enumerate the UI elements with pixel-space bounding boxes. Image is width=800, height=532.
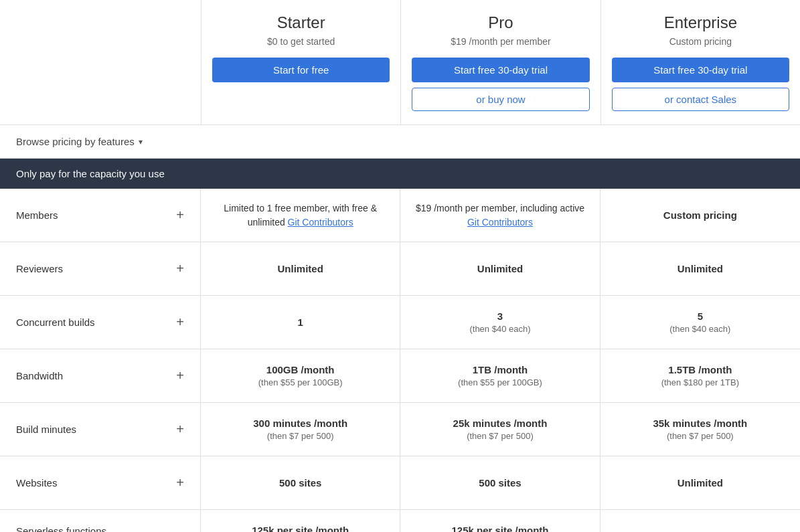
websites-label: Websites — [16, 477, 57, 489]
bandwidth-enterprise-sub: (then $180 per 1TB) — [661, 377, 739, 387]
build-minutes-starter-sub: (then $7 per 500) — [267, 431, 334, 441]
feature-row-members: Members + Limited to 1 free member, with… — [0, 189, 800, 242]
pro-buy-button[interactable]: or buy now — [412, 88, 589, 111]
build-minutes-pro-value: 25k minutes /month (then $7 per 500) — [400, 403, 600, 456]
members-starter-link[interactable]: Git Contributors — [288, 217, 353, 228]
members-pro-link[interactable]: Git Contributors — [467, 217, 533, 228]
members-enterprise-value: Custom pricing — [601, 189, 800, 242]
websites-pro-main: 500 sites — [479, 477, 521, 489]
serverless-enterprise-value: Unlimited — [601, 510, 800, 532]
build-minutes-enterprise-sub: (then $7 per 500) — [667, 431, 734, 441]
members-label-wrap: Members — [16, 209, 58, 221]
build-minutes-enterprise-value: 35k minutes /month (then $7 per 500) — [601, 403, 800, 456]
bandwidth-pro-main: 1TB /month — [473, 364, 528, 375]
bandwidth-pro-value: 1TB /month (then $55 per 100GB) — [400, 349, 600, 402]
reviewers-starter-main: Unlimited — [277, 263, 323, 274]
concurrent-builds-enterprise-sub: (then $40 each) — [669, 324, 730, 334]
bandwidth-label: Bandwidth — [16, 370, 63, 381]
websites-label-cell: Websites + — [0, 456, 201, 509]
build-minutes-enterprise-main: 35k minutes /month — [653, 418, 747, 429]
serverless-starter-main: 125k per site /month — [252, 525, 349, 532]
feature-row-build-minutes: Build minutes + 300 minutes /month (then… — [0, 403, 800, 456]
pro-name: Pro — [412, 13, 589, 32]
members-starter-value: Limited to 1 free member, with free & un… — [201, 189, 400, 242]
bandwidth-label-cell: Bandwidth + — [0, 349, 201, 402]
members-enterprise-main: Custom pricing — [663, 209, 737, 221]
reviewers-starter-value: Unlimited — [201, 242, 400, 295]
members-label: Members — [16, 209, 58, 221]
pricing-container: Starter $0 to get started Start for free… — [0, 0, 800, 532]
chevron-down-icon: ▾ — [139, 137, 143, 147]
serverless-starter-value: 125k per site /month ($25+ when exceeded… — [201, 510, 400, 532]
build-minutes-starter-main: 300 minutes /month — [253, 418, 347, 429]
starter-name: Starter — [212, 13, 390, 32]
bandwidth-pro-sub: (then $55 per 100GB) — [458, 377, 542, 387]
feature-row-reviewers: Reviewers + Unlimited Unlimited Unlimite… — [0, 242, 800, 296]
enterprise-name: Enterprise — [612, 13, 789, 32]
websites-starter-value: 500 sites — [201, 456, 400, 509]
bandwidth-starter-main: 100GB /month — [266, 364, 335, 375]
plan-enterprise-header: Enterprise Custom pricing Start free 30-… — [601, 0, 800, 124]
reviewers-expand-icon[interactable]: + — [176, 261, 184, 276]
bandwidth-enterprise-value: 1.5TB /month (then $180 per 1TB) — [601, 349, 800, 402]
bandwidth-starter-value: 100GB /month (then $55 per 100GB) — [201, 349, 400, 402]
websites-pro-value: 500 sites — [400, 456, 600, 509]
plan-header-row: Starter $0 to get started Start for free… — [0, 0, 800, 125]
concurrent-builds-enterprise-main: 5 — [698, 311, 703, 322]
browse-bar-top — [0, 0, 201, 124]
enterprise-price: Custom pricing — [612, 36, 789, 47]
concurrent-builds-enterprise-value: 5 (then $40 each) — [601, 296, 800, 349]
concurrent-builds-expand-icon[interactable]: + — [176, 315, 184, 330]
members-pro-value: $19 /month per member, including active … — [400, 189, 600, 242]
serverless-label-wrap: Serverless functions Invocations — [16, 525, 106, 533]
plan-starter-header: Starter $0 to get started Start for free — [201, 0, 400, 124]
members-starter-text: Limited to 1 free member, with free & un… — [212, 201, 389, 230]
pro-price: $19 /month per member — [412, 36, 589, 47]
serverless-label: Serverless functions — [16, 525, 106, 533]
plan-pro-header: Pro $19 /month per member Start free 30-… — [400, 0, 600, 124]
browse-pricing-label[interactable]: Browse pricing by features ▾ — [16, 136, 143, 147]
feature-row-bandwidth: Bandwidth + 100GB /month (then $55 per 1… — [0, 349, 800, 403]
websites-enterprise-main: Unlimited — [677, 477, 723, 489]
websites-enterprise-value: Unlimited — [601, 456, 800, 509]
concurrent-builds-label-cell: Concurrent builds + — [0, 296, 201, 349]
build-minutes-label: Build minutes — [16, 424, 76, 435]
build-minutes-expand-icon[interactable]: + — [176, 422, 184, 437]
members-pro-text: $19 /month per member, including active … — [411, 201, 588, 230]
browse-pricing-text: Browse pricing by features — [16, 136, 135, 147]
browse-bar: Browse pricing by features ▾ — [0, 125, 800, 159]
websites-expand-icon[interactable]: + — [176, 475, 184, 491]
reviewers-enterprise-value: Unlimited — [601, 242, 800, 295]
section-title: Only pay for the capacity you use — [16, 168, 165, 179]
bandwidth-starter-sub: (then $55 per 100GB) — [258, 377, 343, 387]
concurrent-builds-pro-sub: (then $40 each) — [469, 324, 530, 334]
enterprise-contact-button[interactable]: or contact Sales — [612, 88, 789, 111]
concurrent-builds-starter-main: 1 — [297, 317, 303, 328]
bandwidth-expand-icon[interactable]: + — [176, 368, 184, 383]
reviewers-label-cell: Reviewers + — [0, 242, 201, 295]
serverless-pro-value: 125k per site /month ($25+ when exceeded… — [400, 510, 600, 532]
serverless-pro-main: 125k per site /month — [451, 525, 548, 532]
feature-row-concurrent-builds: Concurrent builds + 1 3 (then $40 each) … — [0, 296, 800, 349]
websites-starter-main: 500 sites — [279, 477, 321, 489]
reviewers-enterprise-main: Unlimited — [677, 263, 723, 274]
concurrent-builds-pro-value: 3 (then $40 each) — [400, 296, 600, 349]
build-minutes-starter-value: 300 minutes /month (then $7 per 500) — [201, 403, 400, 456]
reviewers-label: Reviewers — [16, 263, 63, 274]
serverless-expand-icon[interactable]: + — [176, 529, 184, 532]
concurrent-builds-label: Concurrent builds — [16, 317, 95, 328]
section-bar: Only pay for the capacity you use — [0, 159, 800, 189]
members-expand-icon[interactable]: + — [176, 207, 184, 223]
starter-cta-button[interactable]: Start for free — [212, 58, 390, 82]
feature-row-serverless: Serverless functions Invocations + 125k … — [0, 510, 800, 532]
starter-price: $0 to get started — [212, 36, 390, 47]
build-minutes-pro-main: 25k minutes /month — [453, 418, 548, 429]
members-label-cell: Members + — [0, 189, 201, 242]
enterprise-trial-button[interactable]: Start free 30-day trial — [612, 58, 789, 82]
reviewers-pro-main: Unlimited — [477, 263, 523, 274]
feature-row-websites: Websites + 500 sites 500 sites Unlimited — [0, 456, 800, 510]
serverless-label-cell: Serverless functions Invocations + — [0, 510, 201, 532]
pro-trial-button[interactable]: Start free 30-day trial — [412, 58, 589, 82]
reviewers-pro-value: Unlimited — [400, 242, 600, 295]
build-minutes-pro-sub: (then $7 per 500) — [467, 431, 534, 441]
